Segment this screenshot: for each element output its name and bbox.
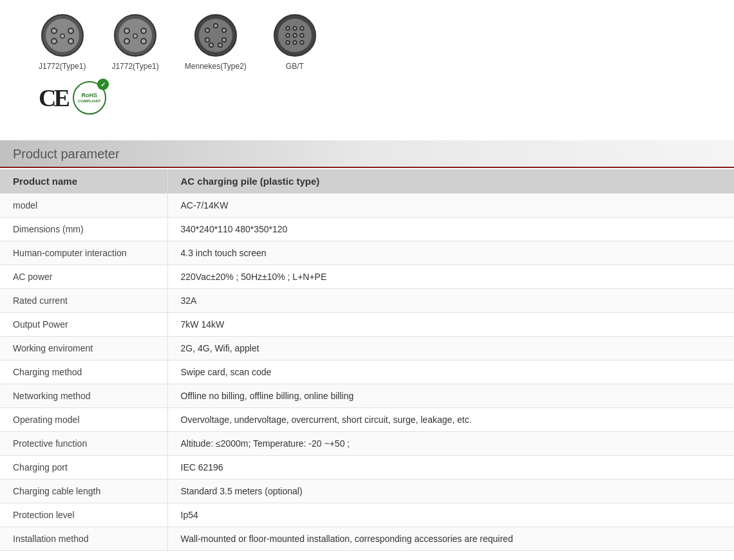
table-row: Networking methodOffline no billing, off… xyxy=(0,384,734,408)
table-header-row: Product name AC charging pile (plastic t… xyxy=(0,169,734,194)
svg-point-7 xyxy=(52,29,56,33)
table-row: AC power220Vac±20% ; 50Hz±10% ; L+N+PE xyxy=(0,265,734,289)
table-row: Output Power7kW 14kW xyxy=(0,313,734,337)
table-row: Rated current32A xyxy=(0,289,734,313)
param-label: Charging cable length xyxy=(0,480,167,503)
param-label: Operating model xyxy=(0,408,167,432)
connector-mennekes-type2: Mennekes(Type2) xyxy=(185,13,247,71)
table-row: Human-computer interaction4.3 inch touch… xyxy=(0,241,734,265)
param-value: Swipe card, scan code xyxy=(167,360,734,384)
param-label: Working enviroment xyxy=(0,337,167,360)
top-section: J1772(Type1) J1772(Type1) xyxy=(0,0,734,134)
section-header-title: Product parameter xyxy=(13,147,120,162)
param-label: Protection level xyxy=(0,503,167,527)
header-col2: AC charging pile (plastic type) xyxy=(167,169,734,194)
svg-point-43 xyxy=(287,27,289,30)
param-value: AC-7/14KW xyxy=(167,194,734,218)
connector-icon-type2 xyxy=(193,13,238,58)
param-label: Output Power xyxy=(0,313,167,337)
svg-point-37 xyxy=(222,39,225,42)
product-param-section: Product parameter Product name AC chargi… xyxy=(0,140,734,551)
rohs-badge: ✓ RoHS COMPLIANT xyxy=(73,81,106,115)
table-row: Installation methodWall-mounted or floor… xyxy=(0,527,734,551)
param-value: Wall-mounted or floor-mounted installati… xyxy=(167,527,734,551)
param-label: Networking method xyxy=(0,384,167,408)
connector-j1772-type1-1: J1772(Type1) xyxy=(39,13,86,71)
param-label: Charging port xyxy=(0,456,167,480)
connector-icon-type1-2 xyxy=(113,13,158,58)
svg-point-23 xyxy=(134,35,137,38)
svg-point-49 xyxy=(287,34,289,37)
param-label: AC power xyxy=(0,265,167,289)
table-row: Protective functionAltitude: ≤2000m; Tem… xyxy=(0,432,734,456)
param-value: Altitude: ≤2000m; Temperature: -20 ~+50 … xyxy=(167,432,734,456)
connector-label-j1772-1: J1772(Type1) xyxy=(39,62,86,71)
param-value: Standard 3.5 meters (optional) xyxy=(167,480,734,503)
param-value: 32A xyxy=(167,289,734,313)
connector-label-mennekes: Mennekes(Type2) xyxy=(185,62,247,71)
param-label: Installation method xyxy=(0,527,167,551)
svg-point-57 xyxy=(294,41,296,44)
svg-point-33 xyxy=(214,24,217,28)
table-row: Operating modelOvervoltage, undervoltage… xyxy=(0,408,734,432)
table-row: Working enviroment2G, 4G, Wifi, applet xyxy=(0,337,734,360)
svg-point-19 xyxy=(125,29,129,33)
table-row: Protection levelIp54 xyxy=(0,503,734,527)
table-row: Charging methodSwipe card, scan code xyxy=(0,360,734,384)
svg-point-10 xyxy=(69,39,73,43)
svg-point-21 xyxy=(125,39,129,43)
rohs-checkmark: ✓ xyxy=(97,79,109,90)
param-value: 7kW 14kW xyxy=(167,313,734,337)
svg-point-34 xyxy=(205,29,209,32)
param-value: 2G, 4G, Wifi, applet xyxy=(167,337,734,360)
svg-point-22 xyxy=(142,39,146,43)
connector-icon-gbt xyxy=(272,13,317,58)
svg-point-53 xyxy=(301,34,303,37)
param-label: Rated current xyxy=(0,289,167,313)
param-value: Offline no billing, offline billing, onl… xyxy=(167,384,734,408)
svg-point-47 xyxy=(301,27,303,30)
svg-point-51 xyxy=(294,34,296,37)
svg-point-35 xyxy=(222,29,225,32)
svg-point-20 xyxy=(142,29,146,33)
cert-row: CE ✓ RoHS COMPLIANT xyxy=(39,81,695,115)
svg-point-55 xyxy=(287,41,289,44)
param-label: Human-computer interaction xyxy=(0,241,167,265)
connector-j1772-type1-2: J1772(Type1) xyxy=(111,13,158,71)
svg-point-36 xyxy=(205,39,209,42)
param-label: Protective function xyxy=(0,432,167,456)
svg-point-11 xyxy=(61,35,64,38)
svg-point-38 xyxy=(209,44,212,47)
param-table: Product name AC charging pile (plastic t… xyxy=(0,169,734,551)
table-row: Dimensions (mm)340*240*110 480*350*120 xyxy=(0,218,734,241)
svg-point-59 xyxy=(301,41,303,44)
param-value: IEC 62196 xyxy=(167,456,734,480)
param-value: 340*240*110 480*350*120 xyxy=(167,218,734,241)
connector-label-gbt: GB/T xyxy=(286,62,304,71)
svg-point-45 xyxy=(294,27,296,30)
connector-row: J1772(Type1) J1772(Type1) xyxy=(39,13,695,71)
svg-point-39 xyxy=(218,44,221,47)
param-label: model xyxy=(0,194,167,218)
table-row: Charging cable lengthStandard 3.5 meters… xyxy=(0,480,734,503)
connector-label-j1772-2: J1772(Type1) xyxy=(111,62,158,71)
connector-icon-type1-1 xyxy=(40,13,85,58)
param-value: 220Vac±20% ; 50Hz±10% ; L+N+PE xyxy=(167,265,734,289)
param-label: Dimensions (mm) xyxy=(0,218,167,241)
svg-point-8 xyxy=(69,29,73,33)
section-header: Product parameter xyxy=(0,140,734,168)
table-row: Charging portIEC 62196 xyxy=(0,456,734,480)
header-col1: Product name xyxy=(0,169,167,194)
param-value: Overvoltage, undervoltage, overcurrent, … xyxy=(167,408,734,432)
connector-gbt: GB/T xyxy=(272,13,317,71)
ce-mark: CE xyxy=(39,84,68,112)
svg-point-9 xyxy=(52,39,56,43)
param-label: Charging method xyxy=(0,360,167,384)
param-value: 4.3 inch touch screen xyxy=(167,241,734,265)
param-value: Ip54 xyxy=(167,503,734,527)
table-row: modelAC-7/14KW xyxy=(0,194,734,218)
